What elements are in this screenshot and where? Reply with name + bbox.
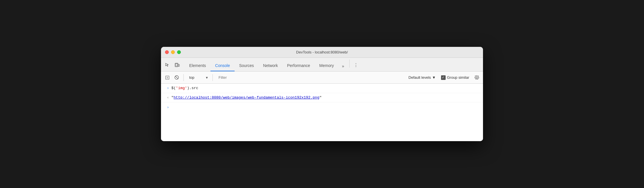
svg-point-7: [476, 77, 478, 78]
toolbar-divider-2: [212, 74, 213, 81]
tab-sources[interactable]: Sources: [235, 57, 258, 71]
console-output-gutter: ‹: [161, 95, 171, 100]
code-suffix: ).src: [187, 86, 198, 90]
code-string: 'img': [176, 86, 187, 90]
clear-console-button[interactable]: [163, 74, 171, 82]
context-select[interactable]: top: [187, 74, 210, 81]
window-title: DevTools - localhost:8080/web/: [296, 50, 348, 54]
dropdown-arrow-icon: ▼: [432, 75, 436, 80]
svg-rect-3: [166, 76, 169, 79]
device-toolbar-button[interactable]: [173, 61, 181, 69]
checkbox-checked-icon: ✓: [441, 75, 446, 80]
tab-elements[interactable]: Elements: [185, 57, 210, 71]
svg-line-6: [175, 76, 178, 79]
tab-bar: Elements Console Sources Network Perform…: [161, 58, 483, 72]
console-prompt-gutter: ›: [161, 105, 171, 110]
console-input-content: $('img').src: [171, 85, 481, 91]
svg-rect-2: [178, 64, 179, 66]
prompt-chevron-icon: ›: [167, 105, 169, 110]
minimize-button[interactable]: [171, 50, 175, 54]
console-output: › $('img').src ‹ "http://localhost:8080/…: [161, 84, 483, 141]
default-levels-button[interactable]: Default levels ▼: [407, 74, 438, 80]
filter-input[interactable]: [218, 74, 403, 81]
tab-menu-button[interactable]: ⋮: [352, 61, 360, 69]
tab-memory[interactable]: Memory: [315, 57, 339, 71]
traffic-lights: [165, 50, 181, 54]
filter-input-wrapper: [218, 74, 403, 81]
input-chevron-icon: ›: [167, 86, 169, 90]
toolbar-divider-1: [183, 74, 184, 81]
console-output-link[interactable]: http://localhost:8080/web/images/web-fun…: [174, 95, 319, 100]
console-output-row: ‹ "http://localhost:8080/web/images/web-…: [161, 93, 483, 103]
group-similar-checkbox-wrapper[interactable]: ✓ Group similar: [441, 75, 469, 80]
block-icon-button[interactable]: [172, 74, 181, 82]
settings-button[interactable]: [473, 74, 481, 82]
group-similar-label: Group similar: [447, 75, 469, 80]
devtools-window: DevTools - localhost:8080/web/ Elements …: [161, 47, 483, 141]
tab-network[interactable]: Network: [258, 57, 282, 71]
tab-separator: [349, 60, 350, 68]
svg-marker-4: [166, 77, 168, 78]
tab-bar-icons: [163, 61, 181, 71]
console-prompt-row: ›: [161, 102, 483, 113]
context-select-wrapper: top ▼: [187, 74, 210, 81]
close-button[interactable]: [165, 50, 169, 54]
code-dollar: $(: [171, 86, 176, 90]
tab-performance[interactable]: Performance: [282, 57, 315, 71]
svg-rect-1: [176, 64, 177, 66]
console-prompt-input[interactable]: [171, 105, 483, 110]
output-chevron-icon: ‹: [167, 95, 169, 100]
tab-more-button[interactable]: »: [339, 62, 347, 71]
console-output-content: "http://localhost:8080/web/images/web-fu…: [171, 95, 481, 101]
maximize-button[interactable]: [177, 50, 181, 54]
console-input-row: › $('img').src: [161, 84, 483, 93]
quote-close: ": [319, 95, 322, 100]
title-bar: DevTools - localhost:8080/web/: [161, 47, 483, 58]
tab-console[interactable]: Console: [210, 57, 234, 71]
inspect-element-button[interactable]: [163, 61, 171, 69]
console-input-gutter: ›: [161, 85, 171, 90]
quote-open: ": [171, 95, 174, 100]
console-toolbar: top ▼ Default levels ▼ ✓ Group similar: [161, 72, 483, 84]
